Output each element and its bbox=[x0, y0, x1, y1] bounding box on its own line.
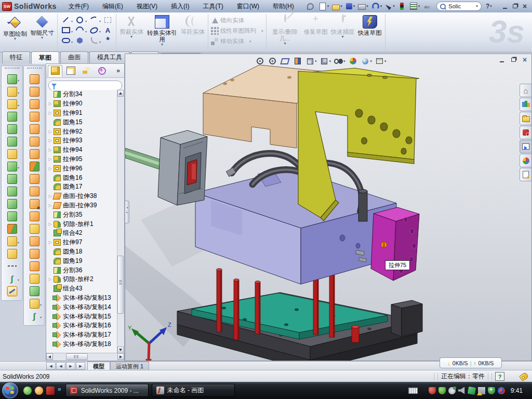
dropdown-arrow-icon[interactable]: ▾ bbox=[18, 241, 19, 244]
feature-tree-item[interactable]: 圆角17 bbox=[46, 182, 117, 192]
feature-tree-item[interactable]: ▷ 拉伸95 bbox=[46, 155, 117, 164]
feature-tree-item[interactable]: 实体-移动/复制13 bbox=[46, 294, 117, 303]
toolbar-button[interactable]: ▾ bbox=[5, 98, 19, 110]
document-tab[interactable]: 运动算例 1 bbox=[110, 362, 149, 370]
clamp-block-part[interactable] bbox=[158, 130, 207, 205]
toolbar-button[interactable] bbox=[28, 272, 41, 285]
feature-tree-item[interactable]: ▷ 拉伸92 bbox=[46, 127, 117, 136]
dropdown-arrow-icon[interactable]: ▾ bbox=[284, 40, 286, 47]
dropdown-arrow-icon[interactable]: ▾ bbox=[366, 4, 368, 8]
close-button[interactable] bbox=[521, 3, 529, 10]
toolbar-button[interactable] bbox=[28, 172, 41, 185]
dropdown-arrow-icon[interactable]: ▾ bbox=[18, 78, 19, 82]
green-shield-icon[interactable] bbox=[438, 387, 446, 394]
next-frame-icon[interactable]: ▶ bbox=[66, 362, 75, 370]
search-box[interactable]: ▾ bbox=[436, 2, 482, 11]
dropdown-arrow-icon[interactable]: ▾ bbox=[353, 4, 355, 8]
expand-arrow-icon[interactable]: ▷ bbox=[48, 101, 52, 106]
sketch-entity-button[interactable]: ▾ bbox=[87, 16, 101, 24]
feature-tree-item[interactable]: ▷ 曲面-拉伸39 bbox=[46, 201, 117, 210]
toolbar-button[interactable] bbox=[28, 285, 41, 297]
ribbon-tab[interactable]: 曲面 bbox=[60, 51, 88, 63]
ribbon-tab[interactable]: 模具工具 bbox=[89, 51, 130, 63]
toolbar-button[interactable] bbox=[28, 235, 41, 247]
network-speed-widget[interactable]: ↓ 0KB/S | ↑ 0KB/S bbox=[440, 357, 502, 368]
command-button[interactable]: 显示/删除几... ▾ bbox=[268, 14, 302, 47]
command-button[interactable]: 智能尺寸 ▾ bbox=[29, 14, 56, 41]
dropdown-arrow-icon[interactable]: ▾ bbox=[130, 33, 132, 40]
toolbar-button[interactable] bbox=[5, 123, 19, 135]
quick-toolbar-button[interactable]: ▾ bbox=[370, 2, 383, 11]
ribbon-tab[interactable]: 草图 bbox=[31, 51, 59, 64]
expand-arrow-icon[interactable]: ▷ bbox=[48, 222, 52, 227]
graphics-viewport[interactable]: Y Z X bbox=[125, 54, 532, 361]
command-button[interactable]: 转换实体引用 ▾ bbox=[145, 14, 179, 48]
toolbar-button[interactable] bbox=[5, 260, 19, 272]
sketch-entity-button[interactable]: ▾ bbox=[87, 26, 101, 34]
tree-filter-input[interactable] bbox=[48, 81, 122, 90]
task-button[interactable]: SolidWorks 2009 - ... bbox=[65, 384, 149, 397]
toolbar-button[interactable] bbox=[28, 197, 41, 210]
dropdown-arrow-icon[interactable]: ▾ bbox=[329, 59, 331, 63]
volume-icon[interactable] bbox=[458, 387, 466, 394]
tree-horizontal-scrollbar[interactable] bbox=[46, 353, 124, 361]
quick-toolbar-button[interactable] bbox=[305, 2, 316, 11]
dropdown-arrow-icon[interactable]: ▾ bbox=[370, 59, 373, 63]
sketch-entity-button[interactable]: ▾ bbox=[73, 26, 87, 34]
expand-arrow-icon[interactable]: ▷ bbox=[48, 138, 52, 143]
antivirus-shield-icon[interactable] bbox=[429, 387, 436, 394]
toolbar-button[interactable] bbox=[28, 85, 41, 98]
command-button[interactable]: 剪裁实体 ▾ bbox=[118, 14, 145, 40]
health-shield-icon[interactable] bbox=[488, 387, 495, 394]
network-warning-icon[interactable] bbox=[478, 387, 485, 394]
toolbar-button[interactable] bbox=[28, 185, 41, 197]
dropdown-arrow-icon[interactable]: ▾ bbox=[40, 315, 42, 319]
menu-item[interactable]: 工具(T) bbox=[196, 0, 230, 12]
feature-tree-item[interactable]: 圆角15 bbox=[46, 117, 117, 127]
toolbar-button[interactable] bbox=[5, 285, 19, 297]
scroll-right-button[interactable] bbox=[117, 353, 124, 360]
doc-close-button[interactable] bbox=[521, 56, 528, 63]
task-pane-tab[interactable] bbox=[520, 168, 531, 181]
sketch-entity-button[interactable] bbox=[101, 26, 115, 34]
minimize-button[interactable] bbox=[501, 3, 509, 10]
sketch-entity-button[interactable]: ▾ bbox=[59, 36, 73, 45]
toolbar-button[interactable] bbox=[28, 210, 41, 222]
start-button[interactable] bbox=[2, 382, 18, 398]
solidworks-quick-icon[interactable] bbox=[46, 387, 55, 395]
sketch-entity-button[interactable] bbox=[101, 36, 115, 45]
toolbar-button[interactable]: ▾ bbox=[5, 85, 19, 98]
view-tool-button[interactable] bbox=[292, 56, 303, 66]
quick-toolbar-button[interactable]: ▾ bbox=[344, 2, 356, 10]
command-button[interactable]: 草图绘制 ▾ bbox=[2, 14, 29, 42]
toolbar-button[interactable] bbox=[28, 110, 41, 123]
command-button[interactable]: 线性草图阵列 ▾ bbox=[209, 26, 265, 35]
messenger-icon[interactable] bbox=[23, 387, 32, 395]
expand-arrow-icon[interactable]: ▷ bbox=[48, 277, 52, 282]
sketch-entity-button[interactable]: ▾ bbox=[59, 26, 73, 34]
dropdown-arrow-icon[interactable]: ▾ bbox=[384, 59, 387, 63]
feature-tree-item[interactable]: 实体-移动/复制18 bbox=[46, 340, 117, 349]
dropdown-arrow-icon[interactable]: ▾ bbox=[18, 278, 19, 282]
tree-vertical-scrollbar[interactable] bbox=[117, 90, 124, 353]
toolbar-button[interactable] bbox=[28, 98, 41, 110]
restore-button[interactable] bbox=[511, 3, 519, 10]
expand-arrow-icon[interactable]: ▷ bbox=[48, 203, 52, 208]
quick-toolbar-button[interactable] bbox=[422, 2, 432, 11]
jump-first-icon[interactable]: ◀ bbox=[46, 362, 56, 370]
feature-tree-item[interactable]: 分割36 bbox=[46, 265, 117, 275]
menu-item[interactable]: 窗口(W) bbox=[230, 0, 266, 12]
dropdown-arrow-icon[interactable]: ▾ bbox=[340, 4, 342, 8]
view-tool-button[interactable]: ▾ bbox=[305, 56, 317, 66]
toolbar-button[interactable]: ▾ bbox=[28, 310, 41, 322]
dropdown-arrow-icon[interactable]: ▾ bbox=[380, 4, 382, 8]
toolbar-button[interactable] bbox=[5, 222, 19, 235]
dropdown-arrow-icon[interactable]: ▾ bbox=[18, 103, 19, 107]
expand-arrow-icon[interactable]: ▷ bbox=[48, 157, 52, 162]
toolbar-button[interactable] bbox=[5, 210, 19, 222]
quick-toolbar-button[interactable]: ▾ bbox=[408, 2, 421, 11]
view-tool-button[interactable] bbox=[280, 56, 290, 66]
toolbar-button[interactable] bbox=[28, 135, 41, 148]
core-block-part[interactable] bbox=[195, 169, 396, 284]
view-tool-button[interactable]: ▾ bbox=[361, 56, 373, 66]
